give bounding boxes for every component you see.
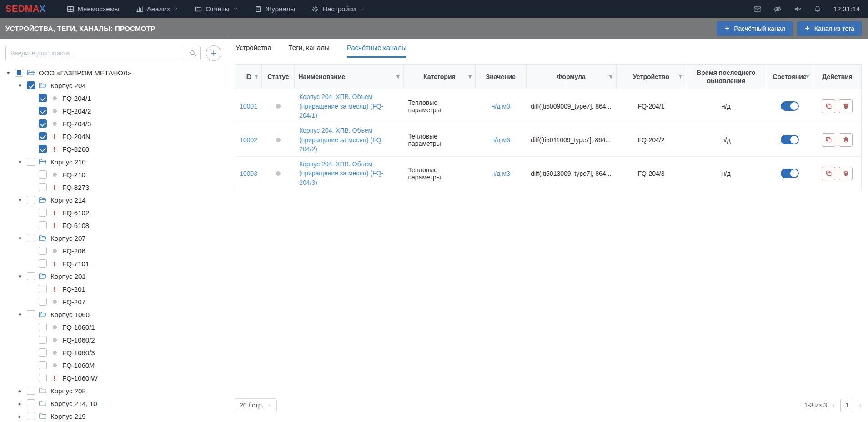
tree-item[interactable]: ▾Корпус 214 xyxy=(0,194,227,206)
tree-checkbox[interactable] xyxy=(27,272,35,280)
logo[interactable]: SEDMAX xyxy=(5,4,46,14)
filter-icon[interactable] xyxy=(677,74,683,80)
collapse-icon[interactable]: ▾ xyxy=(16,312,24,318)
tree-checkbox[interactable] xyxy=(39,94,47,102)
tree-item[interactable]: FQ-204/2 xyxy=(0,104,227,117)
column-header-id[interactable]: ID xyxy=(235,65,262,89)
tree-checkbox[interactable] xyxy=(27,234,35,242)
tree-checkbox[interactable] xyxy=(39,298,47,306)
tree-item[interactable]: FQ-204/1 xyxy=(0,92,227,104)
pagination-next[interactable]: › xyxy=(859,402,862,409)
tree-checkbox[interactable] xyxy=(27,158,35,166)
mail-icon[interactable] xyxy=(753,5,762,13)
row-id-link[interactable]: 10001 xyxy=(240,103,257,110)
tree-checkbox[interactable] xyxy=(39,336,47,344)
tree-checkbox[interactable] xyxy=(27,387,35,395)
tree-item[interactable]: !FQ-204N xyxy=(0,130,227,143)
add-node-button[interactable] xyxy=(206,45,221,61)
tree-checkbox[interactable] xyxy=(27,196,35,204)
tree-item[interactable]: ▾Корпус 210 xyxy=(0,155,227,168)
column-header-device[interactable]: Устройство xyxy=(616,65,686,89)
tree-item[interactable]: FQ-210 xyxy=(0,168,227,181)
tree-checkbox[interactable] xyxy=(39,183,47,191)
tree-item[interactable]: ▾ООО «ГАЗПРОМ МЕТАНОЛ» xyxy=(0,66,227,79)
expand-icon[interactable]: ▸ xyxy=(16,413,24,419)
tree-item[interactable]: FQ-207 xyxy=(0,295,227,308)
channel-name-link[interactable]: Корпус 204. ХПВ. Объем (приращение за ме… xyxy=(299,92,399,120)
column-header-category[interactable]: Категория xyxy=(403,65,475,89)
tree-item[interactable]: ▾Корпус 1060 xyxy=(0,308,227,321)
tree-checkbox[interactable] xyxy=(39,107,47,115)
tree-item[interactable]: !FQ-6108 xyxy=(0,219,227,232)
tab-tags-channels[interactable]: Теги, каналы xyxy=(288,44,329,58)
channel-name-link[interactable]: Корпус 204. ХПВ. Объем (приращение за ме… xyxy=(299,159,399,187)
tree-item[interactable]: ▾Корпус 207 xyxy=(0,232,227,244)
tree-item[interactable]: !FQ-8260 xyxy=(0,143,227,155)
menu-item-mnemoschemes[interactable]: Мнемосхемы xyxy=(67,5,120,13)
collapse-icon[interactable]: ▾ xyxy=(16,235,24,241)
tree-checkbox[interactable] xyxy=(39,374,47,382)
filter-icon[interactable] xyxy=(467,74,473,80)
tree-item[interactable]: !FQ-6102 xyxy=(0,206,227,219)
search-icon[interactable] xyxy=(185,46,200,60)
collapse-icon[interactable]: ▾ xyxy=(5,70,12,76)
tree-checkbox[interactable] xyxy=(39,145,47,153)
tree-item[interactable]: FQ-1060/4 xyxy=(0,359,227,372)
row-id-link[interactable]: 10003 xyxy=(240,170,257,177)
collapse-icon[interactable]: ▾ xyxy=(16,197,24,203)
tree-item[interactable]: ▾Корпус 201 xyxy=(0,270,227,283)
tab-calc-channels[interactable]: Расчётные каналы xyxy=(347,44,406,58)
tree-checkbox[interactable] xyxy=(39,323,47,331)
copy-button[interactable] xyxy=(822,167,835,180)
menu-item-settings[interactable]: Настройки xyxy=(311,5,365,13)
menu-item-analysis[interactable]: Анализ xyxy=(136,5,179,13)
tree-checkbox[interactable] xyxy=(39,361,47,369)
search-input[interactable] xyxy=(6,50,185,57)
copy-button[interactable] xyxy=(822,99,835,113)
collapse-icon[interactable]: ▾ xyxy=(16,159,24,165)
delete-button[interactable] xyxy=(839,167,853,180)
tree-checkbox[interactable] xyxy=(39,348,47,357)
row-id-link[interactable]: 10002 xyxy=(240,136,257,144)
filter-icon[interactable] xyxy=(608,74,614,80)
tree-checkbox[interactable] xyxy=(27,399,35,407)
calc-channel-button[interactable]: Расчётный канал xyxy=(717,21,792,36)
filter-icon[interactable] xyxy=(805,74,811,80)
tree-item[interactable]: !FQ-201 xyxy=(0,283,227,295)
menu-item-reports[interactable]: Отчёты xyxy=(195,5,238,13)
tree-checkbox[interactable] xyxy=(39,119,47,128)
filter-icon[interactable] xyxy=(253,74,259,80)
tree-checkbox[interactable] xyxy=(27,81,35,89)
tree-checkbox[interactable] xyxy=(27,310,35,318)
column-header-state[interactable]: Состояние xyxy=(766,65,813,89)
state-toggle[interactable] xyxy=(781,169,799,178)
state-toggle[interactable] xyxy=(781,135,799,144)
eye-off-icon[interactable] xyxy=(773,5,782,13)
tree-checkbox[interactable] xyxy=(39,285,47,293)
menu-item-journals[interactable]: Журналы xyxy=(255,5,296,13)
collapse-icon[interactable]: ▾ xyxy=(16,83,24,89)
bell-icon[interactable] xyxy=(813,5,822,13)
tab-devices[interactable]: Устройства xyxy=(236,44,271,58)
delete-button[interactable] xyxy=(839,133,853,147)
tree-checkbox[interactable] xyxy=(15,69,23,77)
tree-item[interactable]: FQ-1060/3 xyxy=(0,346,227,359)
tree-checkbox[interactable] xyxy=(39,221,47,229)
tree-checkbox[interactable] xyxy=(39,247,47,255)
column-header-name[interactable]: Наименование xyxy=(295,65,404,89)
volume-off-icon[interactable] xyxy=(793,5,802,13)
tree-checkbox[interactable] xyxy=(27,412,35,420)
tree-item[interactable]: FQ-204/3 xyxy=(0,117,227,130)
tree-checkbox[interactable] xyxy=(39,132,47,140)
tree-item[interactable]: ▸Корпус 219 xyxy=(0,410,227,422)
state-toggle[interactable] xyxy=(781,101,799,111)
tree-item[interactable]: FQ-1060/2 xyxy=(0,333,227,346)
channel-name-link[interactable]: Корпус 204. ХПВ. Объем (приращение за ме… xyxy=(299,126,399,154)
delete-button[interactable] xyxy=(839,99,853,113)
tree-item[interactable]: !FQ-7101 xyxy=(0,257,227,270)
expand-icon[interactable]: ▸ xyxy=(16,401,24,407)
tree-item[interactable]: ▸Корпус 214, 10 xyxy=(0,397,227,410)
tree-item[interactable]: ▾Корпус 204 xyxy=(0,79,227,92)
channel-from-tag-button[interactable]: Канал из тега xyxy=(797,21,862,36)
tree-checkbox[interactable] xyxy=(39,209,47,217)
